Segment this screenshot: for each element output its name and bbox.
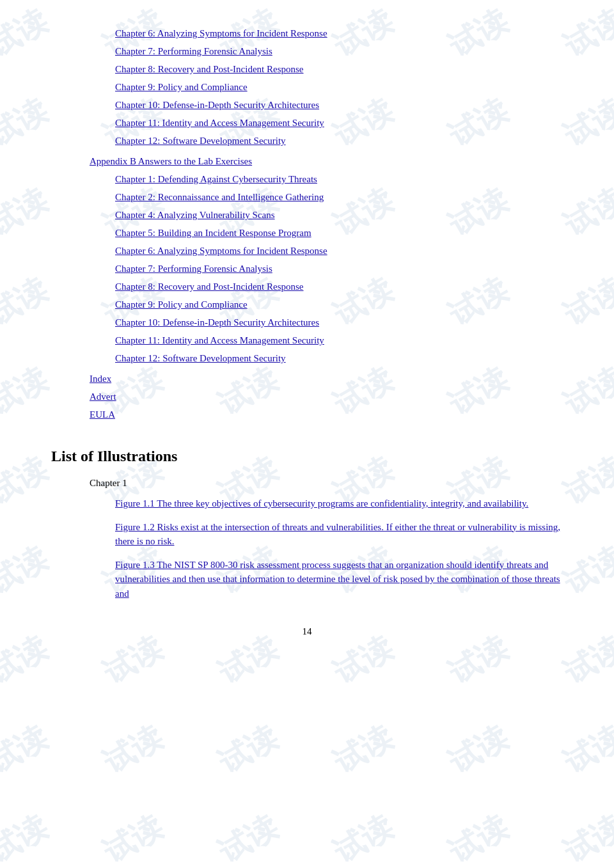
figure-1-3-link[interactable]: Figure 1.3 The NIST SP 800-30 risk asses…: [115, 560, 560, 599]
list-item: Chapter 8: Recovery and Post-Incident Re…: [51, 279, 563, 294]
figure-1-1-link[interactable]: Figure 1.1 The three key objectives of c…: [115, 498, 528, 509]
watermark: 试读: [0, 90, 55, 155]
appendix-b-list: Appendix B Answers to the Lab Exercises …: [51, 154, 563, 366]
list-item: Chapter 7: Performing Forensic Analysis: [51, 261, 563, 276]
list-item: Chapter 9: Policy and Compliance: [51, 79, 563, 95]
list-item: Chapter 6: Analyzing Symptoms for Incide…: [51, 26, 563, 41]
chapter-7-appendix-a-link[interactable]: Chapter 7: Performing Forensic Analysis: [115, 46, 272, 56]
advert-link[interactable]: Advert: [90, 391, 116, 402]
watermark: 试读: [0, 179, 55, 245]
watermark: 试读: [556, 806, 614, 868]
list-item: Chapter 1: Defending Against Cybersecuri…: [51, 171, 563, 187]
appendix-b-item: Appendix B Answers to the Lab Exercises: [51, 154, 563, 169]
appendix-b-link[interactable]: Appendix B Answers to the Lab Exercises: [90, 156, 252, 166]
watermark: 试读: [556, 627, 614, 693]
watermark: 试读: [556, 269, 614, 335]
appendix-a-chapter-list: Chapter 6: Analyzing Symptoms for Incide…: [51, 26, 563, 148]
chapter-11-appendix-b-link[interactable]: Chapter 11: Identity and Access Manageme…: [115, 335, 324, 345]
watermark: 试读: [556, 358, 614, 424]
chapter-7-appendix-b-link[interactable]: Chapter 7: Performing Forensic Analysis: [115, 264, 272, 274]
chapter-9-appendix-a-link[interactable]: Chapter 9: Policy and Compliance: [115, 82, 248, 92]
chapter-11-appendix-a-link[interactable]: Chapter 11: Identity and Access Manageme…: [115, 118, 324, 128]
watermark: 试读: [211, 806, 285, 868]
watermark: 试读: [0, 0, 55, 66]
watermark: 试读: [556, 179, 614, 245]
list-item: Chapter 8: Recovery and Post-Incident Re…: [51, 61, 563, 77]
list-of-illustrations-heading: List of Illustrations: [51, 448, 563, 465]
list-item: Chapter 2: Reconnaissance and Intelligen…: [51, 189, 563, 205]
list-item: Chapter 5: Building an Incident Response…: [51, 225, 563, 241]
watermark: 试读: [0, 537, 55, 603]
watermark: 试读: [0, 627, 55, 693]
list-item: Chapter 9: Policy and Compliance: [51, 297, 563, 312]
chapter-1-appendix-b-link[interactable]: Chapter 1: Defending Against Cybersecuri…: [115, 174, 317, 184]
watermark: 试读: [326, 806, 400, 868]
figure-1-3-item: Figure 1.3 The NIST SP 800-30 risk asses…: [51, 558, 563, 601]
eula-item: EULA: [51, 407, 563, 422]
chapter-10-appendix-b-link[interactable]: Chapter 10: Defense-in-Depth Security Ar…: [115, 317, 319, 327]
chapter-6-appendix-a-link[interactable]: Chapter 6: Analyzing Symptoms for Incide…: [115, 28, 327, 38]
watermark: 试读: [556, 90, 614, 155]
page: 试读 试读 试读 试读 试读 试读 试读 试读 试读 试读 试读 试读 试读 试…: [0, 0, 614, 868]
watermark: 试读: [0, 716, 55, 782]
watermark: 试读: [441, 716, 515, 782]
list-item: Chapter 12: Software Development Securit…: [51, 351, 563, 366]
back-matter-list: Index Advert EULA: [51, 371, 563, 422]
chapter-12-appendix-a-link[interactable]: Chapter 12: Software Development Securit…: [115, 136, 286, 146]
chapter-1-label: Chapter 1: [51, 478, 563, 489]
chapter-12-appendix-b-link[interactable]: Chapter 12: Software Development Securit…: [115, 353, 286, 363]
list-item: Chapter 11: Identity and Access Manageme…: [51, 115, 563, 130]
index-link[interactable]: Index: [90, 374, 111, 384]
chapter-6-appendix-b-link[interactable]: Chapter 6: Analyzing Symptoms for Incide…: [115, 246, 327, 256]
list-item: Chapter 12: Software Development Securit…: [51, 133, 563, 148]
chapter-8-appendix-b-link[interactable]: Chapter 8: Recovery and Post-Incident Re…: [115, 281, 304, 292]
watermark: 试读: [0, 269, 55, 335]
chapter-9-appendix-b-link[interactable]: Chapter 9: Policy and Compliance: [115, 299, 248, 310]
watermark: 试读: [556, 0, 614, 66]
watermark: 试读: [0, 448, 55, 514]
page-number: 14: [51, 626, 563, 637]
list-item: Chapter 11: Identity and Access Manageme…: [51, 333, 563, 348]
list-item: Chapter 10: Defense-in-Depth Security Ar…: [51, 315, 563, 330]
chapter-8-appendix-a-link[interactable]: Chapter 8: Recovery and Post-Incident Re…: [115, 64, 304, 74]
watermark: 试读: [0, 358, 55, 424]
watermark: 试读: [556, 448, 614, 514]
main-content: Chapter 6: Analyzing Symptoms for Incide…: [51, 26, 563, 637]
figure-1-2-item: Figure 1.2 Risks exist at the intersecti…: [51, 520, 563, 549]
index-item: Index: [51, 371, 563, 386]
chapter-2-appendix-b-link[interactable]: Chapter 2: Reconnaissance and Intelligen…: [115, 192, 324, 202]
watermark: 试读: [96, 716, 169, 782]
list-item: Chapter 7: Performing Forensic Analysis: [51, 43, 563, 59]
watermark: 试读: [0, 806, 55, 868]
chapter-5-appendix-b-link[interactable]: Chapter 5: Building an Incident Response…: [115, 228, 311, 238]
list-item: Chapter 4: Analyzing Vulnerability Scans: [51, 207, 563, 223]
chapter-10-appendix-a-link[interactable]: Chapter 10: Defense-in-Depth Security Ar…: [115, 100, 319, 110]
list-item: Chapter 6: Analyzing Symptoms for Incide…: [51, 243, 563, 258]
watermark: 试读: [556, 716, 614, 782]
watermark: 试读: [211, 716, 285, 782]
watermark: 试读: [441, 806, 515, 868]
figure-1-2-link[interactable]: Figure 1.2 Risks exist at the intersecti…: [115, 522, 560, 547]
watermark: 试读: [96, 806, 169, 868]
advert-item: Advert: [51, 389, 563, 404]
chapter-4-appendix-b-link[interactable]: Chapter 4: Analyzing Vulnerability Scans: [115, 210, 275, 220]
watermark: 试读: [556, 537, 614, 603]
figure-1-1-item: Figure 1.1 The three key objectives of c…: [51, 496, 563, 511]
eula-link[interactable]: EULA: [90, 409, 115, 420]
watermark: 试读: [326, 716, 400, 782]
list-item: Chapter 10: Defense-in-Depth Security Ar…: [51, 97, 563, 113]
